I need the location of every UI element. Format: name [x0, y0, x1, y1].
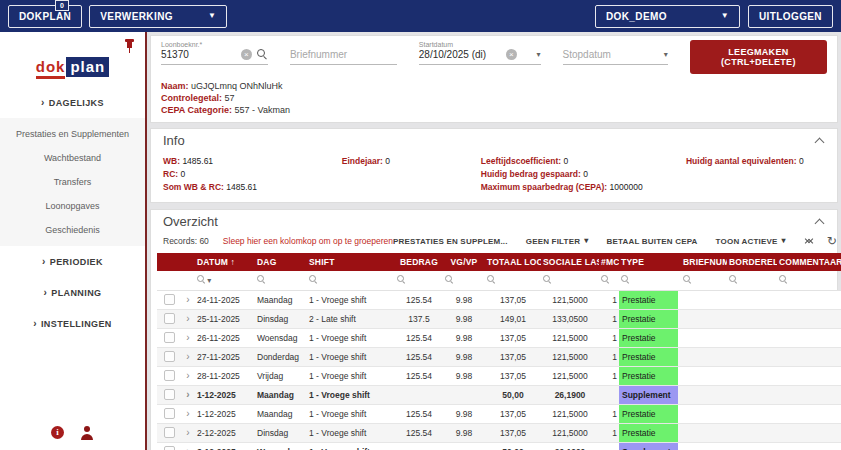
user-icon[interactable] — [80, 426, 94, 440]
loonboeknr-field[interactable]: Loonboeknr.* 51370 × — [161, 40, 268, 65]
column-search-icon[interactable] — [309, 275, 317, 283]
clear-field-icon[interactable]: × — [506, 49, 517, 60]
logout-button[interactable]: UITLOGGEN — [748, 5, 833, 28]
table-row[interactable]: ›1-12-2025Maandag1 - Vroege shift125.549… — [157, 404, 841, 423]
sidebar-section-instellingen[interactable]: ›INSTELLINGEN — [0, 308, 145, 339]
stopdatum-field[interactable]: Stopdatum ▾ — [563, 40, 668, 65]
sidebar-item[interactable]: Geschiedenis — [0, 218, 145, 242]
briefnummer-field[interactable]: Briefnummer — [290, 40, 397, 65]
table-row[interactable]: ›28-11-2025Vrijdag1 - Vroege shift125.54… — [157, 366, 841, 385]
briefnummer-placeholder[interactable]: Briefnummer — [290, 48, 397, 61]
environment-dropdown[interactable]: DOK_DEMO ▼ — [595, 5, 740, 28]
row-checkbox[interactable] — [164, 351, 175, 362]
column-search-icon[interactable] — [397, 275, 405, 283]
toolbar-button[interactable]: GEEN FILTER▾ — [526, 237, 589, 246]
chevron-down-icon[interactable]: ▾ — [205, 276, 211, 285]
column-header[interactable]: DAG — [255, 253, 307, 271]
pin-icon[interactable] — [124, 39, 134, 53]
column-header[interactable]: TYPE — [619, 253, 681, 271]
sidebar-item[interactable]: Loonopgaves — [0, 194, 145, 218]
sidebar-item[interactable]: Prestaties en Supplementen — [0, 122, 145, 146]
module-dropdown[interactable]: VERWERKING ▼ — [89, 5, 227, 28]
expand-row-icon[interactable]: › — [181, 366, 195, 385]
brand-button[interactable]: DOKPLAN — [8, 5, 82, 28]
column-search-icon[interactable] — [601, 275, 609, 283]
cell: 137.5 — [395, 309, 443, 328]
expand-row-icon[interactable]: › — [181, 347, 195, 366]
sidebar-section-dagelijks[interactable]: ›DAGELIJKS — [0, 87, 145, 118]
toolbar-button[interactable]: BETAAL BUITEN CEPA — [606, 237, 697, 246]
loonboeknr-value[interactable]: 51370 — [161, 49, 189, 60]
table-row[interactable]: ›1-12-2025Maandag1 - Vroege shift50,0026… — [157, 385, 841, 404]
stopdatum-placeholder[interactable]: Stopdatum — [563, 49, 611, 60]
row-checkbox[interactable] — [164, 446, 175, 450]
search-icon[interactable] — [257, 49, 268, 60]
column-search-icon[interactable] — [683, 275, 691, 283]
sidebar-item[interactable]: Transfers — [0, 170, 145, 194]
sidebar: dokplan ›DAGELIJKSPrestaties en Suppleme… — [0, 32, 145, 450]
row-checkbox[interactable] — [164, 313, 175, 324]
expand-row-icon[interactable]: › — [181, 309, 195, 328]
collapse-rows-icon[interactable] — [804, 235, 814, 247]
column-search-icon[interactable] — [257, 275, 265, 283]
column-header[interactable]: VG/VP — [443, 253, 485, 271]
sidebar-item[interactable]: Wachtbestand — [0, 146, 145, 170]
column-search-icon[interactable] — [543, 275, 551, 283]
column-search-icon[interactable] — [779, 275, 787, 283]
column-search-icon[interactable] — [487, 275, 495, 283]
sidebar-section-planning[interactable]: ›PLANNING — [0, 277, 145, 308]
table-row[interactable]: ›2-12-2025Dinsdag1 - Vroege shift125.549… — [157, 423, 841, 442]
expand-row-icon[interactable]: › — [181, 290, 195, 309]
row-checkbox[interactable] — [164, 370, 175, 381]
startdatum-field[interactable]: Startdatum 28/10/2025 (di) × ▾ — [419, 40, 541, 65]
toolbar-button[interactable]: TOON ACTIEVE▾ — [716, 237, 786, 246]
cell: 1 — [599, 423, 619, 442]
info-icon[interactable]: i — [51, 426, 64, 439]
column-search-icon[interactable] — [621, 275, 629, 283]
column-search-icon[interactable] — [445, 275, 453, 283]
table-row[interactable]: ›27-11-2025Donderdag1 - Vroege shift125.… — [157, 347, 841, 366]
expand-row-icon[interactable]: › — [181, 404, 195, 423]
row-checkbox[interactable] — [164, 389, 175, 400]
cell: Donderdag — [255, 347, 307, 366]
chevron-down-icon[interactable]: ▾ — [537, 50, 541, 59]
column-header[interactable]: BORDERELWE... — [727, 253, 777, 271]
row-checkbox[interactable] — [164, 294, 175, 305]
column-header[interactable]: COMMENTAAR — [777, 253, 841, 271]
column-header[interactable]: BRIEFNUM... — [681, 253, 727, 271]
column-header[interactable]: SOCIALE LAST... — [541, 253, 599, 271]
overzicht-panel: Overzicht Records: 60 Sleep hier een kol… — [150, 209, 838, 450]
cell: 1 - Vroege shift — [307, 442, 395, 450]
expand-row-icon[interactable]: › — [181, 385, 195, 404]
cell: 149,01 — [485, 309, 541, 328]
cell: 27-11-2025 — [195, 347, 255, 366]
column-header[interactable]: TOTAAL LOON — [485, 253, 541, 271]
startdatum-value[interactable]: 28/10/2025 (di) — [419, 49, 486, 60]
row-checkbox[interactable] — [164, 332, 175, 343]
cell: 121,5000 — [541, 290, 599, 309]
column-search-icon[interactable] — [197, 275, 205, 283]
cell: 1 - Vroege shift — [307, 328, 395, 347]
table-row[interactable]: ›24-11-2025Maandag1 - Vroege shift125.54… — [157, 290, 841, 309]
table-row[interactable]: ›3-12-2025Woensdag1 - Vroege shift50,002… — [157, 442, 841, 450]
chevron-down-icon[interactable]: ▾ — [664, 50, 668, 59]
column-header[interactable]: DATUM ↑ — [195, 253, 255, 271]
group-by-hint[interactable]: Sleep hier een kolomkop om op te groeper… — [223, 236, 393, 246]
refresh-icon[interactable]: ↻ — [827, 235, 837, 247]
cell: 25-11-2025 — [195, 309, 255, 328]
row-checkbox[interactable] — [164, 427, 175, 438]
clear-field-icon[interactable]: × — [241, 49, 252, 60]
expand-row-icon[interactable]: › — [181, 442, 195, 450]
column-header[interactable]: SHIFT — [307, 253, 395, 271]
row-checkbox[interactable] — [164, 408, 175, 419]
sidebar-section-periodiek[interactable]: ›PERIODIEK — [0, 246, 145, 277]
toolbar-button[interactable]: PRESTATIES EN SUPPLEM... — [393, 237, 508, 246]
table-row[interactable]: ›26-11-2025Woensdag1 - Vroege shift125.5… — [157, 328, 841, 347]
table-row[interactable]: ›25-11-2025Dinsdag2 - Late shift137.59.9… — [157, 309, 841, 328]
expand-row-icon[interactable]: › — [181, 423, 195, 442]
column-header[interactable]: #MC — [599, 253, 619, 271]
column-search-icon[interactable] — [729, 275, 737, 283]
leegmaken-button[interactable]: LEEGMAKEN (CTRL+DELETE) — [690, 40, 827, 74]
expand-row-icon[interactable]: › — [181, 328, 195, 347]
column-header[interactable]: BEDRAG — [395, 253, 443, 271]
